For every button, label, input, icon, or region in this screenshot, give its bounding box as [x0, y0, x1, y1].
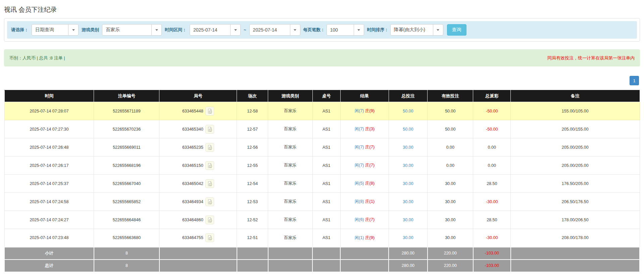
- cell-time: 2025-07-14 07:24:58: [4, 193, 94, 211]
- cell-session: 12-57: [237, 120, 268, 138]
- cell-round-id: 633465150: [159, 156, 237, 175]
- cell-total-bet[interactable]: 50.00: [389, 102, 427, 120]
- cell-game-type: 百家乐: [268, 120, 313, 138]
- cell-result: 闲(7) 庄(7): [340, 156, 389, 175]
- cell-remark: 205.00/155.00: [511, 120, 640, 138]
- page-size-select[interactable]: 100: [327, 24, 364, 36]
- video-replay-icon[interactable]: [205, 216, 214, 224]
- cell-payout: -30.00: [473, 229, 511, 247]
- cell-game-type: 百家乐: [268, 211, 313, 229]
- query-type-select[interactable]: 日期查询: [32, 24, 79, 36]
- cell-remark: 205.00/205.00: [511, 138, 640, 156]
- cell-result: 闲(7) 庄(3): [340, 120, 389, 138]
- chevron-down-icon: [230, 25, 240, 35]
- col-payout: 总派彩: [473, 90, 511, 102]
- valid-bet-notice: 同局有效投注，统一计算在该局第一张注单内: [547, 55, 635, 61]
- video-replay-icon[interactable]: [205, 125, 214, 134]
- cell-table-no: AS1: [312, 156, 340, 175]
- table-row: 2025-07-14 07:26:17 522655668196 6334651…: [4, 156, 640, 175]
- cell-round-id: 633464755: [159, 229, 237, 247]
- cell-total-bet[interactable]: 30.00: [389, 193, 427, 211]
- chevron-down-icon: [354, 25, 364, 35]
- filter-bar: 请选择： 日期查询 游戏类别 百家乐 时间区间： 2025-07-14 ~ 20…: [7, 21, 637, 39]
- cell-session: 12-54: [237, 175, 268, 193]
- time-range-label: 时间区间：: [165, 27, 187, 33]
- query-button[interactable]: 查询: [447, 24, 466, 36]
- video-replay-icon[interactable]: [205, 107, 214, 116]
- cell-bet-id: 522655663680: [94, 229, 159, 247]
- cell-round-id: 633465042: [159, 175, 237, 193]
- result-banker: 庄(3): [365, 127, 375, 131]
- cell-session: 12-52: [237, 211, 268, 229]
- cell-total-bet[interactable]: 50.00: [389, 120, 427, 138]
- page-size-label: 每页笔数 :: [303, 27, 324, 33]
- video-replay-icon[interactable]: [205, 197, 214, 206]
- table-row: 2025-07-14 07:26:48 522655669011 6334652…: [4, 138, 640, 156]
- cell-time: 2025-07-14 07:24:27: [4, 211, 94, 229]
- chevron-down-icon: [68, 25, 78, 35]
- cell-table-no: AS1: [312, 211, 340, 229]
- video-replay-icon[interactable]: [205, 179, 214, 188]
- cell-remark: 176.50/205.00: [511, 175, 640, 193]
- subtotal-payout: -103.00: [473, 247, 511, 260]
- total-count: 8: [94, 260, 159, 272]
- cell-remark: 205.00/205.00: [511, 156, 640, 175]
- cell-valid-bet: 30.00: [428, 193, 473, 211]
- cell-session: 12-53: [237, 193, 268, 211]
- video-replay-icon[interactable]: [205, 161, 214, 170]
- table-row: 2025-07-14 07:28:07 522655671189 6334654…: [4, 102, 640, 120]
- cell-payout: 0.00: [473, 138, 511, 156]
- cell-round-id: 633465448: [159, 102, 237, 120]
- video-replay-icon[interactable]: [205, 143, 214, 152]
- cell-payout: 28.50: [473, 175, 511, 193]
- cell-game-type: 百家乐: [268, 102, 313, 120]
- date-to-select[interactable]: 2025-07-14: [249, 24, 300, 36]
- result-banker: 庄(7): [365, 145, 375, 149]
- round-number: 633465448: [182, 109, 203, 113]
- col-game-type: 游戏类别: [268, 90, 313, 102]
- game-type-value: 百家乐: [102, 25, 151, 35]
- cell-total-bet[interactable]: 30.00: [389, 138, 427, 156]
- cell-table-no: AS1: [312, 120, 340, 138]
- page-container: 视讯 会员下注纪录 请选择： 日期查询 游戏类别 百家乐 时间区间： 2025-…: [0, 0, 644, 277]
- cell-total-bet[interactable]: 30.00: [389, 175, 427, 193]
- cell-payout: 28.50: [473, 211, 511, 229]
- total-row: 总计 8 280.00 220.00 -103.00: [4, 260, 640, 272]
- col-time: 时间: [4, 90, 94, 102]
- result-player: 闲(1): [355, 235, 364, 240]
- cell-payout: -30.00: [473, 193, 511, 211]
- date-from-select[interactable]: 2025-07-14: [190, 24, 241, 36]
- table-row: 2025-07-14 07:24:58 522655665852 6334649…: [4, 193, 640, 211]
- page-size-value: 100: [327, 25, 354, 35]
- col-round-id: 局号: [159, 90, 237, 102]
- cell-total-bet[interactable]: 30.00: [389, 156, 427, 175]
- total-total-bet: 280.00: [389, 260, 427, 272]
- cell-time: 2025-07-14 07:28:07: [4, 102, 94, 120]
- cell-total-bet[interactable]: 30.00: [389, 229, 427, 247]
- subtotal-valid-bet: 220.00: [428, 247, 473, 260]
- cell-payout: -50.00: [473, 120, 511, 138]
- chevron-down-icon: [151, 25, 161, 35]
- col-bet-id: 注单编号: [94, 90, 159, 102]
- cell-session: 12-55: [237, 156, 268, 175]
- page-title: 视讯 会员下注纪录: [4, 5, 640, 14]
- sort-order-select[interactable]: 降幂(由大到小): [390, 24, 443, 36]
- cell-game-type: 百家乐: [268, 229, 313, 247]
- result-player: 闲(7): [355, 108, 364, 113]
- cell-result: 闲(6) 庄(7): [340, 211, 389, 229]
- game-type-select[interactable]: 百家乐: [102, 24, 162, 36]
- date-to-value: 2025-07-14: [250, 25, 290, 35]
- cell-total-bet[interactable]: 30.00: [389, 211, 427, 229]
- cell-session: 12-58: [237, 102, 268, 120]
- subtotal-label: 小计: [4, 247, 94, 260]
- cell-game-type: 百家乐: [268, 193, 313, 211]
- total-payout: -103.00: [473, 260, 511, 272]
- result-player: 闲(8): [355, 199, 364, 204]
- currency-summary-text: 币别：人民币 | 总共 :8 注单 |: [9, 55, 65, 61]
- col-table-no: 桌号: [312, 90, 340, 102]
- video-replay-icon[interactable]: [205, 233, 214, 242]
- col-session: 场次: [237, 90, 268, 102]
- result-player: 闲(7): [355, 145, 364, 149]
- cell-game-type: 百家乐: [268, 175, 313, 193]
- page-1-button[interactable]: 1: [630, 76, 639, 85]
